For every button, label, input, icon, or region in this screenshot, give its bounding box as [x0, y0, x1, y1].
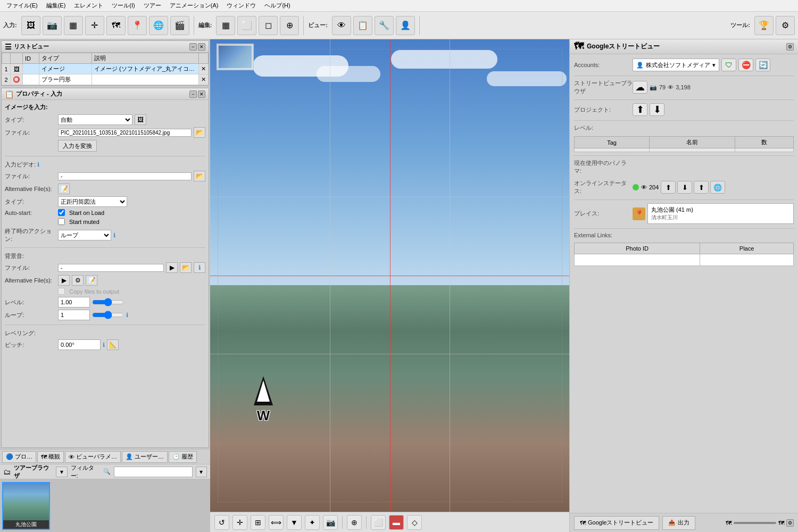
loop-input[interactable]: [58, 310, 90, 320]
preview-thumbnail[interactable]: [217, 44, 254, 70]
pitch-input[interactable]: [58, 339, 101, 350]
copy-files-cb[interactable]: [58, 288, 65, 295]
bg-info-btn[interactable]: ℹ: [194, 262, 205, 273]
zoom-settings[interactable]: ⚙: [786, 519, 794, 527]
user-btn[interactable]: 👤 ユーザー…: [122, 451, 168, 463]
svb-cloud-btn[interactable]: ☁: [633, 81, 647, 94]
input-btn-6[interactable]: 📍: [128, 16, 147, 35]
end-action-info[interactable]: ℹ: [113, 232, 115, 239]
input-btn-3[interactable]: ▦: [64, 16, 83, 35]
row-2-del[interactable]: ✕: [199, 74, 209, 85]
online-globe-btn[interactable]: 🌐: [710, 181, 725, 194]
input-btn-1[interactable]: 🖼: [21, 16, 40, 35]
file-browse-btn[interactable]: 📂: [194, 127, 205, 138]
view-params-btn[interactable]: 👁 ビューパラメ…: [65, 451, 121, 463]
filter-dropdown-btn[interactable]: ▾: [196, 467, 207, 477]
menu-tour[interactable]: ツアー: [139, 1, 165, 11]
end-action-select[interactable]: ループ: [58, 230, 111, 240]
filter-input[interactable]: [114, 467, 193, 477]
video-type-select[interactable]: 正距円筒図法: [58, 196, 127, 207]
account-cancel-btn[interactable]: ⛔: [738, 59, 753, 71]
level-row[interactable]: [575, 148, 794, 152]
alt-files-btn[interactable]: 📝: [58, 184, 70, 194]
gsv-settings-btn[interactable]: ⚙: [786, 43, 794, 51]
type-icon-btn[interactable]: 🖼: [135, 114, 146, 125]
bg-alt-btn[interactable]: 📝: [86, 275, 97, 286]
edit-btn-2[interactable]: ⬜: [237, 16, 256, 35]
start-muted-cb[interactable]: [58, 218, 65, 225]
view-btn-2[interactable]: 📋: [353, 16, 372, 35]
view-btn-1[interactable]: 👁: [332, 16, 351, 35]
zoom-slider[interactable]: [734, 522, 776, 524]
input-btn-8[interactable]: 🎬: [170, 16, 189, 35]
vt-diamond-btn[interactable]: ◇: [407, 515, 422, 530]
view-btn-3[interactable]: 🔧: [375, 16, 394, 35]
vt-grid-btn[interactable]: ⊞: [251, 515, 265, 530]
loop-info[interactable]: ℹ: [126, 312, 128, 319]
type-select[interactable]: 自動: [58, 114, 132, 125]
viewport[interactable]: W: [210, 39, 569, 512]
vt-rotate-btn[interactable]: ↺: [214, 515, 229, 530]
gsv-footer-btn2[interactable]: 📤 出力: [662, 516, 695, 530]
props-close[interactable]: ✕: [198, 90, 205, 98]
level-slider[interactable]: [92, 298, 124, 306]
view-btn-4[interactable]: 👤: [396, 16, 415, 35]
bg-play-btn[interactable]: ▶: [166, 262, 178, 273]
input-btn-2[interactable]: 📷: [43, 16, 62, 35]
edit-btn-1[interactable]: ▦: [216, 16, 235, 35]
start-on-load-cb[interactable]: [58, 209, 65, 216]
project-upload-btn[interactable]: ⬆: [633, 103, 647, 116]
edit-btn-3[interactable]: ◻: [259, 16, 278, 35]
vt-move-btn[interactable]: ✦: [305, 515, 320, 530]
bg-browse-btn[interactable]: 📂: [180, 262, 192, 273]
bg-play2-btn[interactable]: ▶: [58, 275, 70, 286]
loop-slider[interactable]: [92, 311, 124, 319]
online-upload-btn[interactable]: ⬆: [661, 181, 676, 194]
vt-arrow-btn[interactable]: ⟺: [269, 515, 284, 530]
video-browse-btn[interactable]: 📂: [194, 171, 205, 181]
ext-links-row[interactable]: [575, 254, 794, 266]
pitch-info[interactable]: ℹ: [103, 342, 105, 348]
table-row[interactable]: 2 ⭕ ブラー円形 ✕: [2, 74, 209, 85]
table-row[interactable]: 1 🖼 イメージ イメージ (ソフトメディア_丸アイコ… ✕: [2, 64, 209, 74]
input-btn-4[interactable]: ✛: [85, 16, 104, 35]
vt-crosshair-btn[interactable]: ✛: [232, 515, 247, 530]
vt-target-btn[interactable]: ⊕: [347, 515, 362, 530]
gsv-footer-btn1[interactable]: 🗺 Googleストリートビュー: [574, 516, 659, 530]
menu-edit[interactable]: 編集(E): [42, 1, 70, 11]
menu-window[interactable]: ウィンドウ: [222, 1, 260, 11]
thumb-item-1[interactable]: 丸池公園: [2, 482, 50, 530]
menu-file[interactable]: ファイル(E): [2, 1, 42, 11]
online-download-btn[interactable]: ⬇: [677, 181, 692, 194]
vt-camera-btn[interactable]: 📷: [323, 515, 338, 530]
online-sync-btn[interactable]: ⬆: [694, 181, 709, 194]
input-btn-5[interactable]: 🗺: [106, 16, 126, 35]
props-minimize[interactable]: −: [189, 90, 197, 98]
account-refresh-btn[interactable]: 🔄: [755, 59, 770, 71]
edit-btn-4[interactable]: ⊕: [280, 16, 299, 35]
pitch-btn[interactable]: 📐: [107, 339, 119, 350]
vt-square-btn[interactable]: ⬜: [371, 515, 386, 530]
tools-btn-1[interactable]: 🏆: [754, 16, 774, 35]
row-1-del[interactable]: ✕: [199, 64, 209, 74]
menu-help[interactable]: ヘルプ(H): [260, 1, 294, 11]
tour-dropdown-btn[interactable]: ▾: [56, 467, 67, 477]
convert-btn[interactable]: 入力を変換: [58, 140, 97, 152]
bg-settings-btn[interactable]: ⚙: [72, 275, 84, 286]
list-view-close[interactable]: ✕: [198, 43, 205, 51]
project-download-btn[interactable]: ⬇: [650, 103, 664, 116]
input-btn-7[interactable]: 🌐: [149, 16, 168, 35]
account-select[interactable]: 👤 株式会社ソフトメディア ▾: [633, 59, 719, 71]
history-btn[interactable]: 🕒 履歴: [169, 451, 197, 463]
vt-filter-btn[interactable]: ▼: [287, 515, 302, 530]
level-input[interactable]: [58, 297, 90, 307]
tools-btn-2[interactable]: ⚙: [776, 16, 795, 35]
vt-rect-btn[interactable]: ▬: [389, 515, 404, 530]
menu-element[interactable]: エレメント: [70, 1, 107, 11]
list-view-minimize[interactable]: −: [189, 43, 197, 51]
overview-btn[interactable]: 🗺 概観: [37, 451, 64, 463]
account-shield-btn[interactable]: 🛡: [721, 59, 736, 71]
menu-animation[interactable]: アニメーション(A): [165, 1, 223, 11]
bro-btn[interactable]: 🔵 ブロ…: [2, 451, 36, 463]
menu-tools[interactable]: ツール(I): [107, 1, 139, 11]
